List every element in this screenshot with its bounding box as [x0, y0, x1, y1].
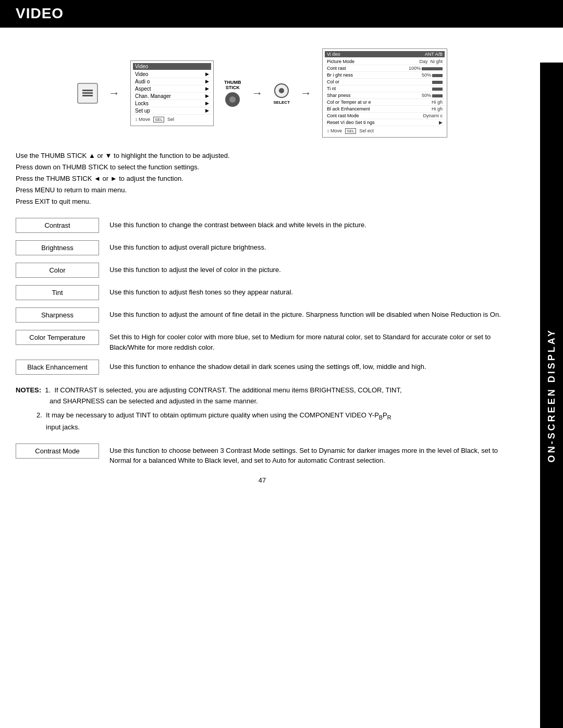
function-color-temp-row: Color Temperature Set this to High for c…: [16, 330, 509, 352]
function-sharpness-label: Sharpness: [16, 307, 99, 323]
function-color-row: Color Use this function to adjust the le…: [16, 263, 509, 278]
vs-row-color: Col or: [325, 79, 445, 85]
function-color-label: Color: [16, 263, 99, 278]
instruction-4: Press MENU to return to main menu.: [16, 184, 509, 196]
instruction-5: Press EXIT to quit menu.: [16, 196, 509, 207]
arrow-3: →: [300, 87, 312, 100]
select-wrapper: SELECT: [273, 81, 290, 105]
notes-item-2: 2. It may be necessary to adjust TINT to…: [36, 410, 509, 433]
thumb-stick-wrapper: THUMBSTICK: [224, 80, 241, 107]
page-number: 47: [16, 476, 509, 484]
main-content: → Video Video▶ Audi o▶ Aspect▶ Chan. Man…: [0, 28, 540, 505]
function-black-enhance-desc: Use this function to enhance the shadow …: [109, 360, 509, 372]
video-screen-header: Vi deo ANT A/B: [325, 51, 445, 57]
vs-row-picture-mode: Picture Mode Day Ni ght: [325, 58, 445, 65]
svg-rect-2: [82, 95, 93, 96]
video-settings-screen: Vi deo ANT A/B Picture Mode Day Ni ght C…: [322, 48, 447, 138]
function-tint-desc: Use this function to adjust flesh tones …: [109, 285, 509, 298]
function-contrast-desc: Use this function to change the contrast…: [109, 218, 509, 230]
menu-item-locks: Locks▶: [133, 100, 211, 107]
page-container: VIDEO ON-SCREEN DISPLAY →: [0, 0, 563, 728]
function-contrast-mode-label: Contrast Mode: [16, 443, 99, 459]
side-label-text: ON-SCREEN DISPLAY: [546, 328, 557, 462]
notes-item-1: NOTES: 1. If CONTRAST is selected, you a…: [16, 385, 509, 407]
function-brightness-label: Brightness: [16, 240, 99, 255]
function-contrast-mode-desc: Use this function to choose between 3 Co…: [109, 443, 509, 466]
vs-row-tint: Ti nt: [325, 85, 445, 92]
first-menu-screen: Video Video▶ Audi o▶ Aspect▶ Chan. Manag…: [130, 60, 214, 126]
function-rows: Contrast Use this function to change the…: [16, 218, 509, 375]
instruction-3: Press the THUMB STICK ◄ or ► to adjust t…: [16, 173, 509, 184]
instruction-2: Press down on THUMB STICK to select the …: [16, 162, 509, 173]
vs-row-contrast-mode: Cont rast Mode Dynami c: [325, 113, 445, 119]
instruction-1: Use the THUMB STICK ▲ or ▼ to highlight …: [16, 150, 509, 162]
vs-row-brightness: Br i ght ness 50%: [325, 72, 445, 79]
menu-item-video: Video▶: [133, 71, 211, 78]
menu-item-setup: Set up▶: [133, 107, 211, 115]
instructions-block: Use the THUMB STICK ▲ or ▼ to highlight …: [16, 150, 509, 207]
function-contrast-label: Contrast: [16, 218, 99, 233]
function-sharpness-desc: Use this function to adjust the amount o…: [109, 307, 509, 320]
vs-row-contrast: Cont rast 100%: [325, 65, 445, 72]
video-screen-footer: ↕ Move SEL Sel ect: [325, 127, 445, 135]
function-color-desc: Use this function to adjust the level of…: [109, 263, 509, 275]
menu-item-aspect: Aspect▶: [133, 85, 211, 93]
first-screen-title: Video: [133, 63, 211, 70]
function-color-temp-desc: Set this to High for cooler color with m…: [109, 330, 509, 352]
function-brightness-desc: Use this function to adjust overall pict…: [109, 240, 509, 253]
arrow-1: →: [108, 87, 120, 100]
function-sharpness-row: Sharpness Use this function to adjust th…: [16, 307, 509, 323]
svg-rect-1: [82, 92, 93, 94]
function-tint-row: Tint Use this function to adjust flesh t…: [16, 285, 509, 300]
page-title: VIDEO: [16, 5, 64, 22]
side-label-bar: ON-SCREEN DISPLAY: [540, 63, 563, 728]
notes-section: NOTES: 1. If CONTRAST is selected, you a…: [16, 385, 509, 433]
first-screen-footer: ↕ Move SEL Sel: [133, 116, 211, 124]
contrast-mode-section: Contrast Mode Use this function to choos…: [16, 443, 509, 466]
vs-row-black-enhance: Bl ack Enhancement Hi gh: [325, 106, 445, 113]
menu-item-chan-manager: Chan. Manager▶: [133, 93, 211, 100]
diagram-area: → Video Video▶ Audi o▶ Aspect▶ Chan. Man…: [16, 48, 509, 138]
menu-item-audio: Audi o▶: [133, 78, 211, 85]
function-black-enhance-label: Black Enhancement: [16, 360, 99, 375]
function-tint-label: Tint: [16, 285, 99, 300]
thumb-stick-label: THUMBSTICK: [224, 80, 241, 90]
function-black-enhance-row: Black Enhancement Use this function to e…: [16, 360, 509, 375]
menu-icon: [77, 83, 98, 104]
select-button-icon: [274, 83, 289, 98]
function-contrast-row: Contrast Use this function to change the…: [16, 218, 509, 233]
function-color-temp-label: Color Temperature: [16, 330, 99, 345]
thumb-stick-icon: [225, 92, 240, 107]
page-header: VIDEO: [0, 0, 563, 26]
svg-rect-0: [82, 90, 93, 91]
menu-icon-wrapper: [77, 83, 98, 104]
vs-row-reset: Reset Vi deo Set ti ngs ▶: [325, 119, 445, 126]
function-brightness-row: Brightness Use this function to adjust o…: [16, 240, 509, 255]
function-contrast-mode-row: Contrast Mode Use this function to choos…: [16, 443, 509, 466]
vs-row-sharpness: Shar pness 50%: [325, 92, 445, 99]
select-text: SELECT: [273, 100, 290, 105]
vs-row-color-temp: Col or Temper at ur e Hi gh: [325, 99, 445, 106]
arrow-2: →: [251, 87, 263, 100]
